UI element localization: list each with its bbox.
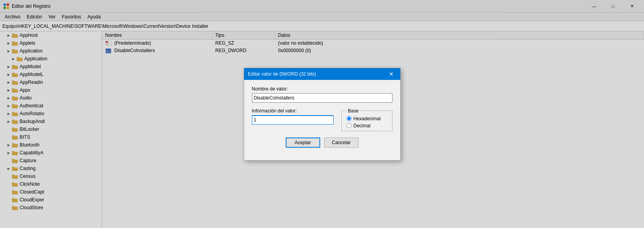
dialog-cancel-button[interactable]: Cancelar bbox=[324, 138, 359, 148]
dialog-title: Editar valor de DWORD (32 bits) bbox=[248, 71, 386, 77]
dialog-hex-label: Hexadecimal bbox=[354, 116, 381, 121]
dialog-ok-button[interactable]: Aceptar bbox=[286, 138, 320, 148]
edit-dword-dialog: Editar valor de DWORD (32 bits) ✕ Nombre… bbox=[244, 68, 401, 161]
dialog-name-input[interactable] bbox=[252, 93, 392, 103]
dialog-base-legend: Base bbox=[347, 108, 360, 114]
dialog-value-label: Información del valor: bbox=[252, 108, 334, 114]
dialog-base-section: Base Hexadecimal Decimal bbox=[341, 108, 392, 131]
dialog-close-button[interactable]: ✕ bbox=[386, 69, 396, 79]
dialog-titlebar: Editar valor de DWORD (32 bits) ✕ bbox=[244, 68, 400, 80]
dialog-value-input[interactable] bbox=[252, 115, 334, 125]
dialog-value-section: Información del valor: bbox=[252, 108, 334, 131]
dialog-hex-option[interactable]: Hexadecimal bbox=[347, 116, 387, 121]
dialog-name-section: Nombre de valor: bbox=[252, 86, 392, 108]
dialog-dec-radio[interactable] bbox=[347, 123, 352, 128]
dialog-overlay: Editar valor de DWORD (32 bits) ✕ Nombre… bbox=[0, 0, 644, 228]
dialog-buttons: Aceptar Cancelar bbox=[252, 138, 392, 154]
dialog-name-label: Nombre de valor: bbox=[252, 86, 392, 92]
dialog-dec-option[interactable]: Decimal bbox=[347, 123, 387, 128]
dialog-value-base-row: Información del valor: Base Hexadecimal … bbox=[252, 108, 392, 131]
dialog-body: Nombre de valor: Información del valor: … bbox=[244, 80, 400, 160]
dialog-dec-label: Decimal bbox=[354, 123, 370, 128]
dialog-hex-radio[interactable] bbox=[347, 116, 352, 121]
